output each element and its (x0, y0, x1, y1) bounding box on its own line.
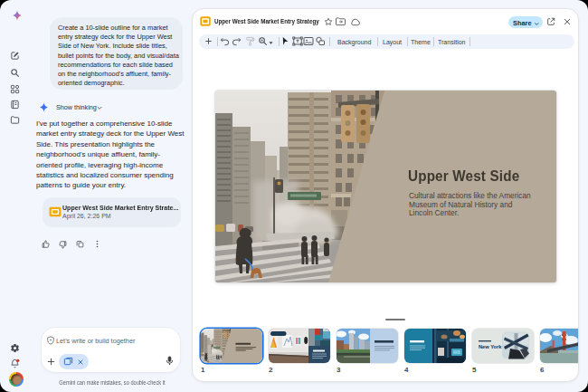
svg-text:New York: New York (479, 344, 502, 349)
